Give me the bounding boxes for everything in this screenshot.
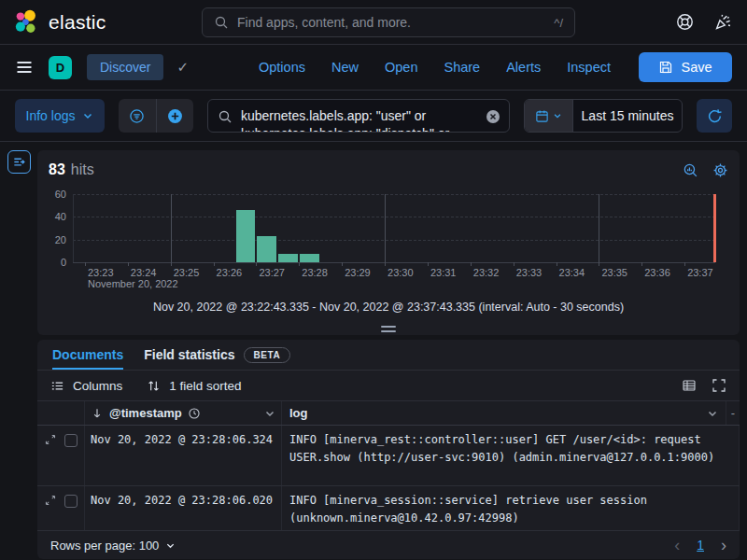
time-range-summary: Nov 20, 2022 @ 23:22:43.335 - Nov 20, 20… xyxy=(49,301,728,314)
x-axis-tick: 23:25 xyxy=(174,267,200,278)
x-axis-tick: 23:28 xyxy=(302,267,328,278)
save-button[interactable]: Save xyxy=(639,52,732,82)
histogram-chart[interactable]: 020406023:23November 20, 202223:2423:252… xyxy=(49,189,728,293)
x-tick-mark xyxy=(85,262,86,266)
y-gridline xyxy=(73,240,715,241)
expand-sidebar-icon[interactable] xyxy=(7,150,31,174)
edit-visualization-icon[interactable] xyxy=(683,162,698,178)
next-page-icon[interactable]: › xyxy=(721,536,726,555)
menu-inspect[interactable]: Inspect xyxy=(567,60,611,75)
display-density-icon[interactable] xyxy=(682,378,697,393)
chevron-down-icon xyxy=(165,540,176,551)
x-tick-mark xyxy=(641,262,642,266)
clear-query-icon[interactable] xyxy=(486,109,500,124)
menu-options[interactable]: Options xyxy=(259,60,305,75)
y-axis-line xyxy=(73,194,74,262)
hit-count: 83 xyxy=(49,161,65,178)
timestamp-column-label: @timestamp xyxy=(109,406,182,420)
panel-resize-handle[interactable] xyxy=(381,326,396,332)
page-number[interactable]: 1 xyxy=(697,538,704,553)
menu-alerts[interactable]: Alerts xyxy=(506,60,541,75)
x-tick-mark xyxy=(599,262,599,266)
columns-label: Columns xyxy=(73,379,122,393)
calendar-icon[interactable] xyxy=(525,100,573,132)
y-gridline xyxy=(73,194,715,195)
menu-share[interactable]: Share xyxy=(444,60,480,75)
menu-icon[interactable] xyxy=(15,58,34,77)
x-axis-tick: 23:26 xyxy=(217,267,243,278)
grid-toolbar: Columns 1 field sorted xyxy=(37,371,740,401)
refresh-icon[interactable] xyxy=(697,99,732,133)
data-view-picker[interactable]: Info logs xyxy=(15,99,105,133)
help-icon[interactable] xyxy=(676,13,694,31)
column-actions-icon[interactable] xyxy=(707,408,718,419)
search-placeholder: Find apps, content, and more. xyxy=(237,15,545,30)
clock-icon xyxy=(188,407,201,420)
gear-icon[interactable] xyxy=(712,162,728,178)
menu-open[interactable]: Open xyxy=(385,60,417,75)
filter-icon[interactable] xyxy=(119,99,156,133)
query-line-2: kubernetes.labels.app: "dispatch" or xyxy=(241,125,449,133)
table-header: @timestamp log - xyxy=(37,401,740,426)
save-label: Save xyxy=(681,60,712,75)
rows-per-page-button[interactable]: Rows per page: 100 xyxy=(50,539,176,553)
row-checkbox[interactable] xyxy=(64,495,78,508)
x-axis-tick: 23:37 xyxy=(687,267,713,278)
data-view-label: Info logs xyxy=(26,108,76,123)
x-tick-mark xyxy=(471,262,472,266)
save-icon xyxy=(658,60,673,75)
expand-row-icon[interactable] xyxy=(44,433,57,446)
sorted-label: 1 field sorted xyxy=(169,379,241,393)
x-axis-date-label: November 20, 2022 xyxy=(88,278,178,289)
time-range-value[interactable]: Last 15 minutes xyxy=(573,100,682,132)
query-bar: Info logs kubernetes.labels.app: "user" … xyxy=(0,91,747,142)
chevron-down-icon xyxy=(553,111,562,120)
histogram-bar[interactable] xyxy=(236,210,256,262)
log-cell: INFO [minerva_rest::controller::user] GE… xyxy=(282,426,740,485)
breadcrumb[interactable]: Discover xyxy=(87,54,163,80)
x-axis-tick: 23:27 xyxy=(259,267,285,278)
elastic-logo[interactable]: elastic xyxy=(15,9,106,35)
sort-fields-button[interactable]: 1 field sorted xyxy=(147,379,241,393)
x-tick-mark xyxy=(256,262,257,266)
x-tick-mark xyxy=(557,262,557,266)
x-tick-mark xyxy=(684,262,685,266)
search-icon xyxy=(214,15,229,30)
clipped-column-header: - xyxy=(726,406,740,420)
x-axis-tick: 23:29 xyxy=(345,267,371,278)
previous-page-icon[interactable]: ‹ xyxy=(674,536,680,555)
histogram-bar[interactable] xyxy=(278,254,298,262)
global-search-input[interactable]: Find apps, content, and more. ^/ xyxy=(202,7,575,37)
x-tick-mark xyxy=(299,262,300,266)
timestamp-column-header[interactable]: @timestamp xyxy=(84,401,282,425)
x-axis-tick: 23:33 xyxy=(516,267,543,278)
column-actions-icon[interactable] xyxy=(264,408,275,419)
space-badge[interactable]: D xyxy=(49,56,72,79)
add-filter-icon[interactable] xyxy=(157,99,194,133)
log-column-label: log xyxy=(289,406,308,420)
fullscreen-icon[interactable] xyxy=(712,378,726,393)
log-column-header[interactable]: log xyxy=(282,401,726,425)
tab-field-statistics[interactable]: Field statisticsBETA xyxy=(144,340,290,370)
tab-documents[interactable]: Documents xyxy=(52,340,123,370)
menu-new[interactable]: New xyxy=(331,60,359,75)
x-axis-tick: 23:23 xyxy=(88,267,114,278)
chevron-down-icon xyxy=(82,110,93,121)
x-axis-tick: 23:36 xyxy=(644,267,670,278)
news-icon[interactable] xyxy=(714,13,732,31)
row-checkbox[interactable] xyxy=(64,434,78,447)
histogram-bar[interactable] xyxy=(257,236,276,262)
table-row: Nov 20, 2022 @ 23:28:06.324INFO [minerva… xyxy=(37,426,740,486)
query-input[interactable]: kubernetes.labels.app: "user" or kuberne… xyxy=(207,99,510,133)
timestamp-cell: Nov 20, 2022 @ 23:28:06.020 xyxy=(84,486,282,530)
y-axis-tick: 0 xyxy=(49,257,66,268)
x-tick-mark xyxy=(214,262,215,266)
expand-row-icon[interactable] xyxy=(44,494,57,507)
x-axis-tick: 23:32 xyxy=(473,267,500,278)
columns-button[interactable]: Columns xyxy=(50,379,122,393)
histogram-bar[interactable] xyxy=(300,254,319,262)
sort-icon xyxy=(147,379,161,393)
x-axis-tick: 23:30 xyxy=(388,267,414,278)
sort-desc-icon xyxy=(91,407,104,420)
x-gridline xyxy=(385,194,386,262)
